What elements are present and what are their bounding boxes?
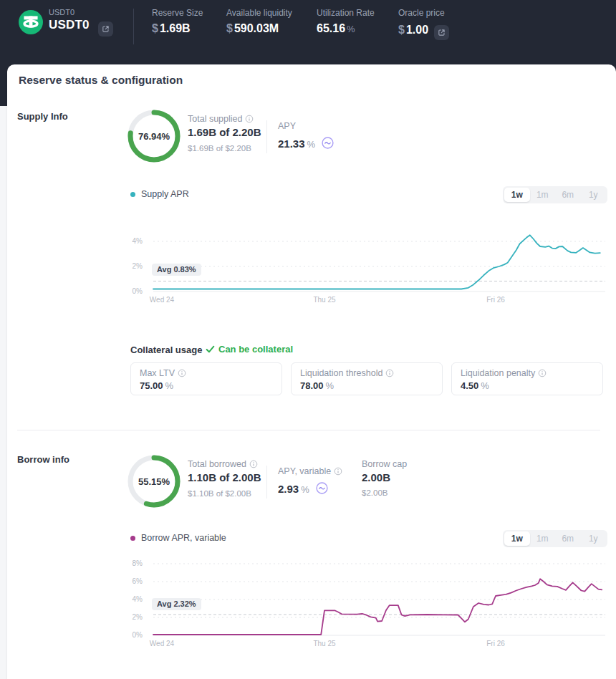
x-axis-tick: Wed 24 [150,296,175,304]
total-borrowed-usd: $1.10B of $2.00B [188,489,251,498]
header-divider [133,9,134,44]
x-axis-tick: Fri 26 [486,296,505,304]
total-borrowed-value: 1.10B of 2.00B [188,471,261,483]
page-title: Reserve status & configuration [19,74,183,87]
range-1m[interactable]: 1m [530,188,556,202]
time-range-selector: 1w 1m 6m 1y [503,186,607,203]
range-1y[interactable]: 1y [581,188,607,202]
info-icon[interactable] [178,369,186,377]
currency-prefix: $ [226,22,233,34]
y-axis-tick: 2% [133,613,143,621]
stat-value: 1.69B [160,22,191,34]
y-axis-tick: 4% [133,595,143,603]
y-axis-tick: 8% [133,559,143,567]
info-icon[interactable] [249,460,258,468]
info-icon[interactable] [334,467,342,476]
range-1m[interactable]: 1m [530,531,556,546]
external-link-icon [438,29,446,37]
liquidation-penalty-card: Liquidation penalty 4.50% [451,362,603,395]
stat-available-liquidity: Available liquidity $590.03M [226,8,292,35]
collateral-status: Can be collateral [206,344,293,355]
max-ltv-label: Max LTV [140,368,175,378]
token-label: USDT0 [49,8,74,16]
supply-ring-label: 76.94% [138,131,170,142]
range-6m[interactable]: 6m [555,188,581,202]
currency-prefix: $ [152,22,158,34]
stat-label: Available liquidity [226,8,292,18]
liquidation-threshold-card: Liquidation threshold 78.00% [291,362,443,395]
stat-reserve-size: Reserve Size $1.69B [152,8,203,35]
legend-label: Borrow APR, variable [141,533,226,543]
range-6m[interactable]: 6m [555,531,581,546]
borrow-info-label: Borrow info [17,454,69,465]
range-1y[interactable]: 1y [581,531,607,546]
borrow-chart-legend: Borrow APR, variable [130,533,226,543]
stat-oracle-price: Oracle price $1.00 [398,8,449,37]
info-icon[interactable] [385,369,394,377]
reserve-config-card: Reserve status & configuration Supply In… [7,64,616,679]
stat-label: Oracle price [398,8,449,18]
tether-icon [19,10,43,34]
stat-label: Reserve Size [152,8,203,18]
supply-apr-chart: 0%2%4%Wed 24Thu 25Fri 26 Avg 0.83% [7,222,612,305]
stat-value: 65.16 [317,22,345,34]
supply-ring: 76.94% [126,108,182,164]
time-range-selector: 1w 1m 6m 1y [503,530,607,547]
stat-value: 590.03M [234,22,279,34]
range-1w[interactable]: 1w [504,188,530,202]
liquidation-threshold-value: 78.00% [300,380,433,391]
info-icon[interactable] [245,115,254,123]
app-screen: USDT0 USDT0 Reserve Size $1.69B Availabl… [0,0,616,679]
wave-circle-icon[interactable] [322,137,334,149]
x-axis-tick: Thu 25 [313,296,336,304]
total-supplied-usd: $1.69B of $2.20B [188,144,251,153]
y-axis-tick: 4% [133,237,143,245]
supply-info-label: Supply Info [17,111,68,122]
wave-circle-icon[interactable] [316,482,328,494]
collateral-usage-title: Collateral usage [130,345,202,355]
external-link-icon [102,25,110,33]
borrow-cap-usd: $2.00B [362,488,388,497]
max-ltv-value: 75.00% [140,380,273,391]
borrow-ring-label: 55.15% [138,476,170,487]
series-line [153,579,602,635]
x-axis-tick: Wed 24 [150,640,175,647]
legend-dot [130,192,135,197]
oracle-external-link-button[interactable] [434,25,449,40]
y-axis-tick: 2% [133,262,143,270]
borrow-apr-chart: 0%2%4%6%8%Wed 24Thu 25Fri 26 Avg 2.32% [7,559,612,649]
info-icon[interactable] [538,369,547,377]
y-axis-tick: 6% [133,577,143,585]
legend-dot [130,536,135,541]
borrow-cap-value: 2.00B [362,471,390,483]
range-1w[interactable]: 1w [504,531,530,546]
borrow-ring: 55.15% [126,453,182,509]
borrow-apy-value: 2.93% [278,481,328,495]
liquidation-penalty-label: Liquidation penalty [461,368,535,378]
supply-apy-label: APY [278,121,296,131]
liquidation-penalty-value: 4.50% [461,380,594,391]
y-axis-tick: 0% [133,631,143,639]
borrow-apy-label: APY, variable [278,466,342,476]
percent-suffix: % [347,24,355,34]
column-divider [266,466,267,499]
token-external-link-button[interactable] [98,21,113,37]
currency-prefix: $ [398,24,405,36]
percent-suffix: % [307,139,316,150]
token-name: USDT0 [49,18,90,32]
liquidation-threshold-label: Liquidation threshold [300,368,382,378]
check-icon [206,345,215,354]
legend-label: Supply APR [141,189,189,199]
percent-suffix: % [301,484,309,495]
x-axis-tick: Thu 25 [313,640,336,647]
x-axis-tick: Fri 26 [486,640,505,647]
total-borrowed-label: Total borrowed [188,459,258,469]
stat-label: Utilization Rate [317,8,375,18]
supply-apy-value: 21.33% [278,135,334,150]
stat-utilization-rate: Utilization Rate 65.16% [317,8,375,35]
avg-badge: Avg 2.32% [152,598,201,610]
column-divider [266,120,267,153]
tether-glyph [19,10,43,34]
y-axis-tick: 0% [133,287,143,295]
total-supplied-label: Total supplied [188,114,254,124]
